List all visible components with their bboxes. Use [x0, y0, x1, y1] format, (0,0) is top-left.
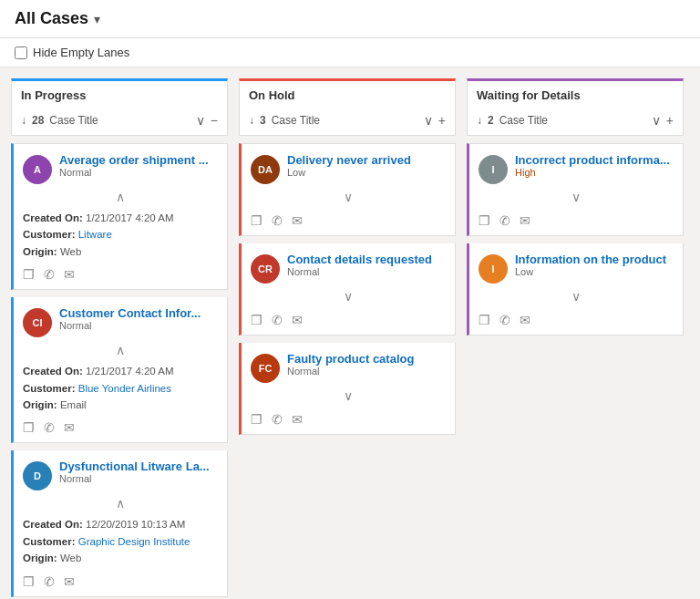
table-row: D Dysfunctional Litware La... Normal ∧ C…	[11, 450, 228, 596]
chevron-down-icon[interactable]: ∨	[251, 387, 446, 405]
copy-icon[interactable]: ❐	[479, 313, 490, 327]
card-info: Contact details requested Normal	[287, 253, 446, 277]
chevron-up-icon[interactable]: ∧	[23, 188, 218, 206]
chevron-down-icon[interactable]: ∨	[251, 188, 446, 206]
email-icon[interactable]: ✉	[64, 267, 75, 282]
minus-icon[interactable]: −	[211, 113, 218, 128]
lane-body-on-hold: DA Delivery never arrived Low ∨ ❐ ✆ ✉ CR…	[239, 136, 456, 435]
phone-icon[interactable]: ✆	[272, 313, 283, 327]
phone-icon[interactable]: ✆	[44, 574, 55, 589]
card-header: I Incorrect product informa... High	[479, 153, 674, 184]
chevron-up-icon[interactable]: ∧	[23, 341, 218, 359]
sort-icon: ↓	[21, 114, 26, 127]
copy-icon[interactable]: ❐	[251, 313, 262, 327]
top-bar: All Cases ▾	[0, 0, 700, 38]
card-priority: Low	[515, 266, 674, 277]
card-actions: ❐ ✆ ✉	[479, 313, 674, 327]
lane-subheader-in-progress: ↓ 28 Case Title ∨ −	[11, 109, 228, 136]
card-header: A Average order shipment ... Normal	[23, 153, 218, 184]
phone-icon[interactable]: ✆	[272, 213, 283, 228]
customer-link[interactable]: Blue Yonder Airlines	[78, 383, 171, 394]
page-title: All Cases	[15, 9, 88, 28]
card-title[interactable]: Information on the product	[515, 253, 674, 266]
customer-link[interactable]: Graphic Design Institute	[78, 536, 190, 547]
chevron-up-icon[interactable]: ∧	[23, 494, 218, 512]
board: In Progress ↓ 28 Case Title ∨ − A Averag…	[0, 67, 700, 599]
lane-on-hold: On Hold ↓ 3 Case Title ∨ + DA Delivery n…	[239, 78, 456, 597]
chevron-down-icon[interactable]: ∨	[479, 188, 674, 206]
customer-label: Customer:	[23, 383, 76, 394]
chevron-down-col-icon[interactable]: ∨	[196, 113, 205, 128]
avatar: CR	[251, 254, 280, 284]
card-title[interactable]: Dysfunctional Litware La...	[59, 460, 218, 473]
avatar: A	[23, 155, 52, 184]
card-title[interactable]: Average order shipment ...	[59, 153, 218, 167]
card-details: Created On: 1/21/2017 4:20 AM Customer: …	[23, 363, 218, 413]
card-title[interactable]: Incorrect product informa...	[515, 153, 674, 167]
email-icon[interactable]: ✉	[292, 313, 303, 327]
phone-icon[interactable]: ✆	[499, 313, 510, 327]
chevron-down-icon[interactable]: ∨	[479, 287, 674, 305]
card-priority: Normal	[287, 366, 446, 377]
card-title[interactable]: Contact details requested	[287, 253, 446, 266]
card-actions: ❐ ✆ ✉	[23, 420, 218, 435]
copy-icon[interactable]: ❐	[23, 420, 35, 435]
copy-icon[interactable]: ❐	[479, 213, 490, 228]
avatar: I	[479, 155, 508, 184]
card-info: Dysfunctional Litware La... Normal	[59, 460, 218, 484]
avatar: DA	[251, 155, 280, 184]
card-priority: Normal	[59, 473, 218, 484]
lane-title: Waiting for Details	[477, 88, 581, 102]
chevron-down-col-icon[interactable]: ∨	[424, 113, 433, 128]
customer-link[interactable]: Litware	[78, 229, 112, 240]
card-info: Average order shipment ... Normal	[59, 153, 218, 178]
hide-empty-checkbox[interactable]	[15, 46, 27, 59]
lane-waiting: Waiting for Details ↓ 2 Case Title ∨ + I…	[467, 78, 684, 597]
phone-icon[interactable]: ✆	[272, 412, 283, 427]
chevron-down-col-icon[interactable]: ∨	[652, 113, 661, 128]
email-icon[interactable]: ✉	[292, 412, 303, 427]
created-value: 1/21/2017 4:20 AM	[86, 366, 174, 377]
table-row: CI Customer Contact Infor... Normal ∧ Cr…	[11, 297, 228, 443]
origin-value: Web	[60, 246, 81, 257]
card-priority: Normal	[287, 266, 446, 277]
copy-icon[interactable]: ❐	[23, 267, 35, 282]
lane-count: 3	[260, 114, 266, 127]
phone-icon[interactable]: ✆	[499, 213, 510, 228]
card-actions: ❐ ✆ ✉	[23, 574, 218, 589]
copy-icon[interactable]: ❐	[23, 574, 35, 589]
card-priority: Normal	[59, 320, 218, 331]
plus-icon[interactable]: +	[438, 113, 446, 128]
email-icon[interactable]: ✉	[520, 313, 530, 327]
origin-value: Web	[60, 553, 81, 563]
col-title: Case Title	[272, 114, 418, 127]
hide-empty-lanes-toggle[interactable]: Hide Empty Lanes	[15, 46, 129, 59]
card-title[interactable]: Faulty product catalog	[287, 352, 446, 366]
email-icon[interactable]: ✉	[64, 420, 75, 435]
plus-icon[interactable]: +	[666, 113, 674, 128]
card-header: FC Faulty product catalog Normal	[251, 352, 446, 383]
lane-body-waiting: I Incorrect product informa... High ∨ ❐ …	[467, 136, 684, 336]
email-icon[interactable]: ✉	[520, 213, 530, 228]
avatar: D	[23, 461, 52, 491]
card-actions: ❐ ✆ ✉	[23, 267, 218, 282]
chevron-down-icon[interactable]: ∨	[251, 287, 446, 305]
copy-icon[interactable]: ❐	[251, 412, 262, 427]
email-icon[interactable]: ✉	[64, 574, 75, 589]
phone-icon[interactable]: ✆	[44, 420, 55, 435]
card-info: Delivery never arrived Low	[287, 153, 446, 178]
email-icon[interactable]: ✉	[292, 213, 303, 228]
card-header: I Information on the product Low	[479, 253, 674, 284]
copy-icon[interactable]: ❐	[251, 213, 262, 228]
phone-icon[interactable]: ✆	[44, 267, 55, 282]
lane-header-in-progress: In Progress	[11, 78, 228, 109]
card-title[interactable]: Customer Contact Infor...	[59, 306, 218, 320]
lane-header-on-hold: On Hold	[239, 78, 456, 109]
chevron-down-icon[interactable]: ▾	[94, 12, 100, 26]
card-info: Faulty product catalog Normal	[287, 352, 446, 377]
origin-value: Email	[60, 399, 87, 410]
card-priority: Low	[287, 167, 446, 178]
lane-subheader-waiting: ↓ 2 Case Title ∨ +	[467, 109, 684, 136]
card-title[interactable]: Delivery never arrived	[287, 153, 446, 167]
lane-title: In Progress	[21, 88, 87, 102]
